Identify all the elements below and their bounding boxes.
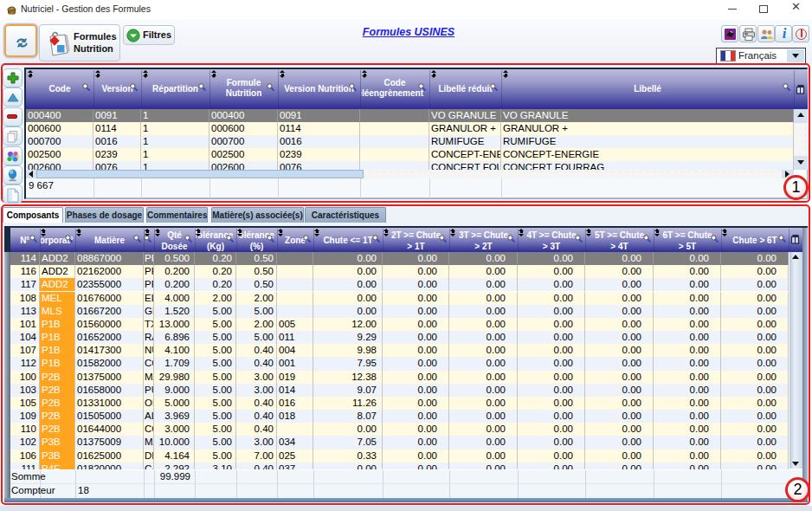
svg-text:WB: WB: [8, 9, 16, 14]
